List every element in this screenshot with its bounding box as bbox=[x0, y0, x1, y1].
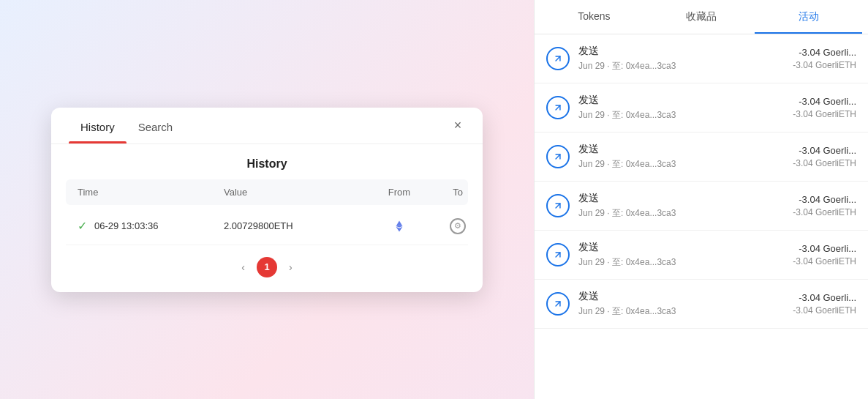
activity-item: 发送 Jun 29 · 至: 0x4ea...3ca3 -3.04 Goerli… bbox=[535, 133, 868, 182]
close-button[interactable]: × bbox=[448, 115, 468, 135]
col-from: From bbox=[370, 187, 429, 198]
activity-action: 发送 bbox=[578, 192, 784, 205]
send-icon-3 bbox=[546, 194, 570, 217]
sub-amount: -3.04 GoerliETH bbox=[793, 305, 856, 316]
activity-amount: -3.04 Goerli... -3.04 GoerliETH bbox=[793, 194, 856, 217]
svg-marker-4 bbox=[399, 226, 403, 231]
activity-sub: Jun 29 · 至: 0x4ea...3ca3 bbox=[578, 109, 784, 122]
success-icon: ✓ bbox=[78, 219, 87, 233]
ethereum-icon bbox=[392, 219, 407, 234]
tab-history[interactable]: History bbox=[69, 108, 127, 143]
col-time: Time bbox=[78, 187, 224, 198]
sub-amount: -3.04 GoerliETH bbox=[793, 256, 856, 266]
sub-amount: -3.04 GoerliETH bbox=[793, 60, 856, 70]
activity-action: 发送 bbox=[578, 290, 784, 303]
sub-amount: -3.04 GoerliETH bbox=[793, 158, 856, 168]
activity-item: 发送 Jun 29 · 至: 0x4ea...3ca3 -3.04 Goerli… bbox=[535, 83, 868, 133]
activity-sub: Jun 29 · 至: 0x4ea...3ca3 bbox=[578, 305, 784, 318]
col-value: Value bbox=[224, 187, 370, 198]
activity-sub: Jun 29 · 至: 0x4ea...3ca3 bbox=[578, 256, 784, 269]
prev-page-button[interactable]: ‹ bbox=[235, 258, 251, 276]
modal-header: History Search × bbox=[51, 108, 483, 144]
table-container: Time Value From To ✓ 06-29 13:03:36 2.00… bbox=[51, 179, 483, 245]
tab-collectibles[interactable]: 收藏品 bbox=[648, 0, 755, 34]
from-cell bbox=[370, 219, 429, 234]
activity-list: 发送 Jun 29 · 至: 0x4ea...3ca3 -3.04 Goerli… bbox=[535, 34, 868, 399]
history-modal: History Search × History Time Value From… bbox=[51, 108, 483, 292]
value-cell: 2.00729800ETH bbox=[224, 220, 370, 231]
svg-line-11 bbox=[556, 302, 560, 306]
main-amount: -3.04 Goerli... bbox=[793, 243, 856, 254]
activity-item: 发送 Jun 29 · 至: 0x4ea...3ca3 -3.04 Goerli… bbox=[535, 280, 868, 329]
svg-line-10 bbox=[556, 253, 560, 257]
main-amount: -3.04 Goerli... bbox=[793, 47, 856, 58]
send-icon-4 bbox=[546, 243, 570, 266]
activity-info: 发送 Jun 29 · 至: 0x4ea...3ca3 bbox=[578, 241, 784, 269]
activity-tabs: Tokens 收藏品 活动 bbox=[535, 0, 868, 34]
next-page-button[interactable]: › bbox=[283, 258, 298, 276]
main-amount: -3.04 Goerli... bbox=[793, 292, 856, 303]
table-row: ✓ 06-29 13:03:36 2.00729800ETH bbox=[66, 208, 468, 245]
activity-sub: Jun 29 · 至: 0x4ea...3ca3 bbox=[578, 158, 784, 171]
activity-info: 发送 Jun 29 · 至: 0x4ea...3ca3 bbox=[578, 45, 784, 72]
tab-search[interactable]: Search bbox=[127, 108, 185, 143]
send-icon-1 bbox=[546, 96, 570, 119]
svg-marker-5 bbox=[396, 226, 400, 231]
activity-action: 发送 bbox=[578, 143, 784, 156]
send-icon-5 bbox=[546, 292, 570, 316]
tx-time: 06-29 13:03:36 bbox=[94, 220, 158, 231]
tab-tokens[interactable]: Tokens bbox=[540, 0, 648, 34]
main-amount: -3.04 Goerli... bbox=[793, 145, 856, 156]
pagination: ‹ 1 › bbox=[51, 245, 483, 292]
table-header: Time Value From To bbox=[66, 179, 468, 205]
tab-activity[interactable]: 活动 bbox=[755, 0, 862, 34]
send-icon-0 bbox=[546, 47, 570, 70]
activity-amount: -3.04 Goerli... -3.04 GoerliETH bbox=[793, 47, 856, 70]
tx-value: 2.00729800ETH bbox=[224, 220, 293, 231]
send-icon-2 bbox=[546, 145, 570, 168]
activity-panel: Tokens 收藏品 活动 发送 Jun 29 · 至: 0x4ea...3ca… bbox=[534, 0, 868, 399]
sub-amount: -3.04 GoerliETH bbox=[793, 207, 856, 217]
svg-line-8 bbox=[556, 154, 560, 159]
gear-icon: ⚙ bbox=[450, 218, 466, 234]
activity-sub: Jun 29 · 至: 0x4ea...3ca3 bbox=[578, 207, 784, 220]
activity-info: 发送 Jun 29 · 至: 0x4ea...3ca3 bbox=[578, 290, 784, 318]
current-page: 1 bbox=[257, 257, 277, 277]
activity-item: 发送 Jun 29 · 至: 0x4ea...3ca3 -3.04 Goerli… bbox=[535, 182, 868, 231]
activity-amount: -3.04 Goerli... -3.04 GoerliETH bbox=[793, 243, 856, 266]
to-cell: ⚙ bbox=[429, 218, 483, 234]
activity-amount: -3.04 Goerli... -3.04 GoerliETH bbox=[793, 96, 856, 119]
activity-info: 发送 Jun 29 · 至: 0x4ea...3ca3 bbox=[578, 192, 784, 220]
activity-item: 发送 Jun 29 · 至: 0x4ea...3ca3 -3.04 Goerli… bbox=[535, 34, 868, 83]
time-cell: ✓ 06-29 13:03:36 bbox=[78, 219, 224, 233]
activity-info: 发送 Jun 29 · 至: 0x4ea...3ca3 bbox=[578, 143, 784, 171]
activity-item: 发送 Jun 29 · 至: 0x4ea...3ca3 -3.04 Goerli… bbox=[535, 231, 868, 280]
activity-action: 发送 bbox=[578, 94, 784, 107]
activity-info: 发送 Jun 29 · 至: 0x4ea...3ca3 bbox=[578, 94, 784, 122]
activity-amount: -3.04 Goerli... -3.04 GoerliETH bbox=[793, 292, 856, 316]
svg-line-9 bbox=[556, 204, 560, 208]
main-amount: -3.04 Goerli... bbox=[793, 96, 856, 107]
sub-amount: -3.04 GoerliETH bbox=[793, 109, 856, 119]
modal-title: History bbox=[51, 144, 483, 179]
col-to: To bbox=[429, 187, 483, 198]
activity-amount: -3.04 Goerli... -3.04 GoerliETH bbox=[793, 145, 856, 168]
activity-action: 发送 bbox=[578, 45, 784, 58]
history-panel: History Search × History Time Value From… bbox=[0, 0, 534, 399]
activity-action: 发送 bbox=[578, 241, 784, 254]
activity-sub: Jun 29 · 至: 0x4ea...3ca3 bbox=[578, 60, 784, 72]
main-amount: -3.04 Goerli... bbox=[793, 194, 856, 205]
svg-line-6 bbox=[556, 56, 560, 61]
svg-line-7 bbox=[556, 105, 560, 110]
main-container: History Search × History Time Value From… bbox=[0, 0, 868, 399]
